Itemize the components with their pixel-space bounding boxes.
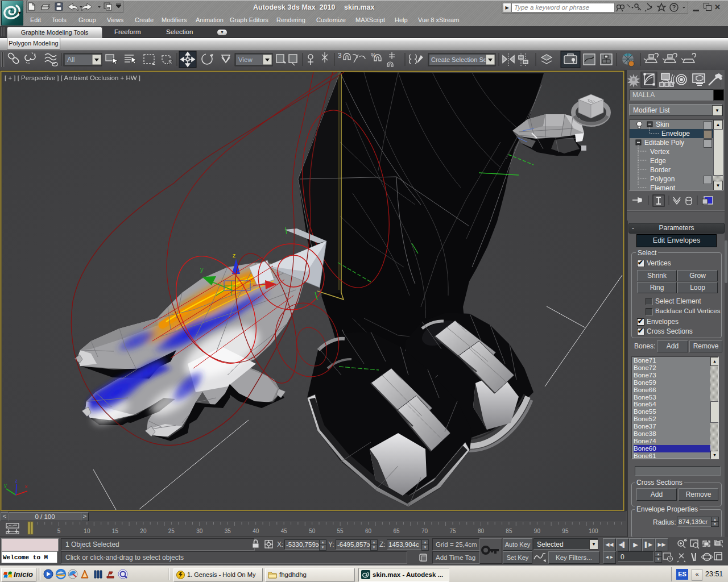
svg-text:15: 15 (112, 528, 119, 534)
svg-text:3: 3 (338, 52, 342, 60)
svg-text:20: 20 (140, 528, 147, 534)
svg-text:65: 65 (394, 528, 400, 534)
svg-text:y: y (4, 482, 7, 488)
svg-text:70: 70 (421, 528, 428, 534)
svg-text:45: 45 (281, 528, 288, 534)
svg-text:55: 55 (337, 528, 344, 534)
svg-text:y: y (200, 266, 204, 273)
svg-text:10: 10 (84, 528, 90, 534)
svg-text:100: 100 (589, 528, 598, 534)
svg-text:x: x (25, 483, 28, 489)
svg-text:30: 30 (196, 528, 203, 534)
svg-text:[ + ] [ Perspective ] [ Ambien: [ + ] [ Perspective ] [ Ambient Occlusio… (5, 74, 140, 81)
svg-text:35: 35 (225, 528, 231, 534)
svg-text:60: 60 (365, 528, 372, 534)
svg-text:Create Selection Se: Create Selection Se (431, 56, 487, 63)
svg-text:View: View (238, 56, 253, 63)
svg-text:40: 40 (253, 528, 259, 534)
svg-text:80: 80 (478, 528, 485, 534)
svg-text:95: 95 (562, 528, 569, 534)
svg-text:25: 25 (168, 528, 175, 534)
svg-text:z: z (233, 252, 236, 259)
svg-text:5: 5 (57, 528, 61, 534)
svg-text:75: 75 (449, 528, 456, 534)
svg-text:50: 50 (309, 528, 316, 534)
svg-text:All: All (67, 56, 75, 64)
svg-text:z: z (15, 477, 18, 484)
svg-text:85: 85 (506, 528, 512, 534)
svg-text:90: 90 (534, 528, 541, 534)
